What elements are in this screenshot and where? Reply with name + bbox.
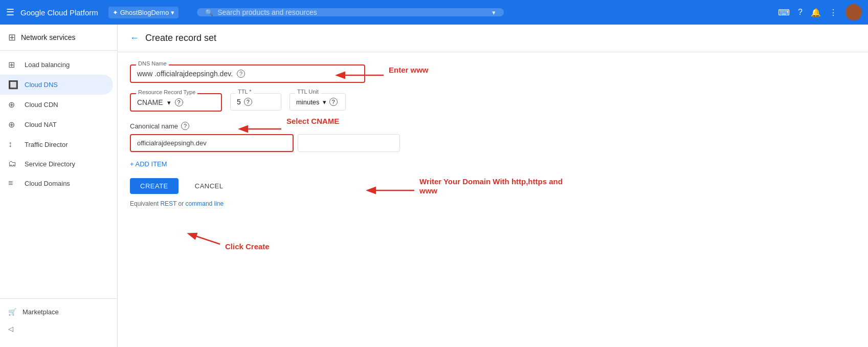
record-type-input-row: CNAME ▾ ? bbox=[137, 98, 215, 106]
page-title: Create record set bbox=[145, 33, 216, 44]
sidebar-label-cloud-domains: Cloud Domains bbox=[25, 180, 70, 187]
service-directory-icon: 🗂 bbox=[8, 159, 18, 168]
record-type-dropdown-icon[interactable]: ▾ bbox=[167, 99, 171, 106]
page-header: ← Create record set bbox=[118, 25, 868, 52]
ttl-value[interactable]: 5 bbox=[237, 98, 241, 106]
project-name: GhostBlogDemo bbox=[120, 9, 169, 16]
console-icon[interactable]: ⌨ bbox=[778, 8, 790, 17]
equiv-text-label: Equivalent bbox=[130, 200, 159, 207]
canonical-input-box bbox=[130, 134, 294, 152]
traffic-director-icon: ↕ bbox=[8, 140, 18, 149]
cancel-button[interactable]: CANCEL bbox=[187, 178, 232, 194]
create-button[interactable]: CREATE bbox=[130, 178, 179, 194]
ttl-unit-help-icon[interactable]: ? bbox=[329, 98, 338, 106]
project-icon: ✦ bbox=[113, 9, 118, 16]
ttl-unit-label: TTL Unit bbox=[295, 89, 321, 95]
ttl-unit-input-row: minutes ▾ ? bbox=[296, 98, 339, 106]
ttl-input-row: 5 ? bbox=[237, 98, 275, 106]
sidebar-header: ⊞ Network services bbox=[0, 25, 117, 51]
sidebar-label-cloud-cdn: Cloud CDN bbox=[25, 101, 58, 109]
ttl-unit-field-box: TTL Unit minutes ▾ ? bbox=[290, 93, 346, 111]
action-buttons: CREATE CANCEL bbox=[130, 178, 566, 194]
sidebar-item-cloud-nat[interactable]: ⊕ Cloud NAT bbox=[0, 115, 113, 135]
collapse-icon: ◁ bbox=[8, 325, 13, 333]
sidebar-item-cloud-domains[interactable]: ≡ Cloud Domains bbox=[0, 174, 113, 193]
cloud-dns-icon: 🔲 bbox=[8, 80, 18, 90]
sidebar-item-cloud-cdn[interactable]: ⊕ Cloud CDN bbox=[0, 95, 113, 115]
dns-name-label: DNS Name bbox=[136, 60, 169, 67]
canonical-name-input[interactable] bbox=[137, 139, 286, 147]
resource-record-type-box: Resource Record Type CNAME ▾ ? bbox=[130, 93, 222, 112]
cloud-cdn-icon: ⊕ bbox=[8, 100, 18, 110]
sidebar-label-load-balancing: Load balancing bbox=[25, 61, 70, 69]
sidebar-label-service-directory: Service Directory bbox=[25, 160, 75, 168]
sidebar: ⊞ Network services ⊞ Load balancing 🔲 Cl… bbox=[0, 25, 118, 347]
dns-name-input-row: www .officialrajdeepsingh.dev. ? bbox=[137, 70, 358, 78]
help-icon[interactable]: ? bbox=[798, 8, 803, 17]
ttl-unit-dropdown-icon[interactable]: ▾ bbox=[323, 98, 326, 106]
cloud-nat-icon: ⊕ bbox=[8, 120, 18, 129]
sidebar-collapse-button[interactable]: ◁ bbox=[0, 321, 117, 337]
canonical-name-help-icon[interactable]: ? bbox=[181, 122, 189, 130]
or-text: or bbox=[179, 200, 184, 207]
load-balancing-icon: ⊞ bbox=[8, 60, 18, 70]
rest-link[interactable]: REST bbox=[160, 200, 176, 207]
add-item-button[interactable]: + ADD ITEM bbox=[130, 160, 566, 168]
search-icon: 🔍 bbox=[205, 9, 213, 16]
ttl-label: TTL * bbox=[236, 89, 254, 95]
svg-line-8 bbox=[189, 234, 220, 244]
svg-text:Click Create: Click Create bbox=[225, 242, 270, 251]
dns-name-value[interactable]: www .officialrajdeepsingh.dev. bbox=[137, 70, 233, 78]
sidebar-label-marketplace: Marketplace bbox=[23, 308, 59, 316]
notifications-icon[interactable]: 🔔 bbox=[811, 8, 821, 17]
sidebar-label-cloud-nat: Cloud NAT bbox=[25, 121, 57, 128]
canonical-name-section: Canonical name ? bbox=[130, 122, 566, 130]
sidebar-label-cloud-dns: Cloud DNS bbox=[25, 81, 58, 89]
search-bar[interactable]: 🔍 ▾ bbox=[197, 8, 504, 16]
command-line-link[interactable]: command line bbox=[186, 200, 224, 207]
form-area: DNS Name www .officialrajdeepsingh.dev. … bbox=[118, 52, 578, 220]
ttl-field-box: TTL * 5 ? bbox=[230, 93, 281, 111]
main-content: ← Create record set DNS Name www .offici… bbox=[118, 25, 868, 347]
more-icon[interactable]: ⋮ bbox=[829, 8, 837, 17]
record-row: Resource Record Type CNAME ▾ ? TTL * 5 ? bbox=[130, 93, 566, 112]
record-type-help-icon[interactable]: ? bbox=[175, 98, 183, 106]
ttl-help-icon[interactable]: ? bbox=[244, 98, 252, 106]
nav-icons: ⌨ ? 🔔 ⋮ bbox=[778, 4, 862, 20]
sidebar-item-load-balancing[interactable]: ⊞ Load balancing bbox=[0, 55, 113, 75]
top-navigation: ☰ Google Cloud Platform ✦ GhostBlogDemo … bbox=[0, 0, 868, 25]
avatar[interactable] bbox=[845, 4, 862, 20]
marketplace-icon: 🛒 bbox=[8, 308, 16, 316]
sidebar-item-marketplace[interactable]: 🛒 Marketplace bbox=[0, 303, 117, 321]
add-item-label: + ADD ITEM bbox=[130, 160, 167, 168]
project-dropdown-icon: ▾ bbox=[171, 9, 174, 16]
dns-name-field-box: DNS Name www .officialrajdeepsingh.dev. … bbox=[130, 64, 365, 83]
canonical-inputs-row bbox=[130, 134, 566, 152]
app-body: ⊞ Network services ⊞ Load balancing 🔲 Cl… bbox=[0, 25, 868, 347]
sidebar-label-traffic-director: Traffic Director bbox=[25, 141, 68, 148]
sidebar-item-traffic-director[interactable]: ↕ Traffic Director bbox=[0, 135, 113, 154]
dns-name-group: DNS Name www .officialrajdeepsingh.dev. … bbox=[130, 64, 566, 83]
equivalent-links: Equivalent REST or command line bbox=[130, 200, 566, 207]
back-button[interactable]: ← bbox=[130, 33, 139, 44]
hamburger-menu[interactable]: ☰ bbox=[6, 7, 14, 18]
search-dropdown-icon: ▾ bbox=[492, 9, 496, 16]
record-type-value[interactable]: CNAME bbox=[137, 98, 163, 106]
dns-name-help-icon[interactable]: ? bbox=[237, 70, 245, 78]
project-selector[interactable]: ✦ GhostBlogDemo ▾ bbox=[108, 7, 179, 18]
canonical-empty-box[interactable] bbox=[298, 134, 400, 152]
brand-name: Google Cloud Platform bbox=[20, 8, 98, 17]
sidebar-item-service-directory[interactable]: 🗂 Service Directory bbox=[0, 154, 113, 174]
canonical-name-label: Canonical name bbox=[130, 122, 178, 130]
sidebar-nav: ⊞ Load balancing 🔲 Cloud DNS ⊕ Cloud CDN… bbox=[0, 51, 117, 298]
resource-record-type-label: Resource Record Type bbox=[136, 89, 197, 95]
search-input[interactable] bbox=[217, 8, 488, 16]
sidebar-item-cloud-dns[interactable]: 🔲 Cloud DNS bbox=[0, 75, 113, 95]
sidebar-title: Network services bbox=[21, 33, 76, 41]
ttl-unit-value[interactable]: minutes bbox=[296, 98, 320, 106]
network-services-icon: ⊞ bbox=[8, 32, 16, 43]
add-item-row: + ADD ITEM bbox=[130, 160, 566, 168]
sidebar-footer: 🛒 Marketplace ◁ bbox=[0, 298, 117, 341]
cloud-domains-icon: ≡ bbox=[8, 179, 18, 188]
